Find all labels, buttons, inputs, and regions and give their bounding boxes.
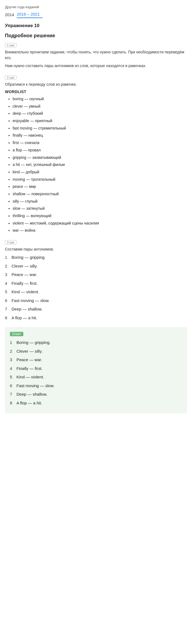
exercise-title: Упражнение 10 [5,23,187,28]
solution-title: Подробное решение [5,33,187,39]
step-1-text2: Нам нужно составить пары антонимов из сл… [5,63,187,69]
step-3-badge: 3 шаг [5,240,16,245]
list-item: moving — трогательный [13,177,187,183]
step-2-badge: 2 шаг [5,75,16,80]
list-item: shallow — поверхностный [13,191,187,197]
step-3-text: Составим пары антонимов. [5,246,187,252]
word-list: boring — скучный clever — умный deep — г… [5,96,187,234]
list-item: kind — добрый [13,169,187,175]
answer-item: 7Deep — shallow. [10,391,182,398]
antonym-item: 8A flop — a hit. [5,315,187,321]
step-1-text: Внимательно прочитаем задание, чтобы пон… [5,49,187,61]
answer-item: 4Finally — first. [10,366,182,372]
list-item: clever — умный [13,104,187,110]
answer-item: 2Clever — silly. [10,348,182,355]
list-item: war — война [13,228,187,234]
step-1-badge: 1 шаг [5,43,16,47]
answer-item: 8A flop — a hit. [10,400,182,406]
step-2-text: Обратимся к переводу слов из рамочек. [5,82,187,87]
list-item: enjoyable — приятный [13,118,187,124]
year-tabs: 2014 2016 – 2021 [5,11,187,18]
list-item: silly — глупый [13,199,187,205]
list-item: a flop — провал [13,147,187,153]
step-1-block: 1 шаг Внимательно прочитаем задание, что… [5,42,187,69]
answer-badge: Ответ [10,332,23,336]
antonym-item: 2Clever — silly. [5,263,187,269]
antonym-item: 3Peace — war. [5,272,187,278]
page-wrapper: Другие года изданий 2014 2016 – 2021 Упр… [0,0,192,422]
year-tab-2014[interactable]: 2014 [5,11,17,18]
list-item: deep — глубокий [13,111,187,117]
antonym-item: 5Kind — violent. [5,289,187,295]
list-item: a hit — хит, успешный фильм [13,162,187,168]
antonym-item: 1Boring — gripping. [5,254,187,261]
wordlist-label: WORDLIST [5,90,187,94]
answer-item: 1Boring — gripping. [10,340,182,346]
step-2-block: 2 шаг Обратимся к переводу слов из рамоч… [5,75,187,234]
antonym-item: 7Deep — shallow. [5,306,187,312]
list-item: first — сначала [13,140,187,146]
list-item: fast moving — стремительный [13,125,187,131]
year-tab-2016-2021[interactable]: 2016 – 2021 [17,11,42,18]
answer-item: 6Fast moving — slow. [10,383,182,389]
answer-item: 3Peace — war. [10,357,182,363]
list-item: violent — жестокий, содержащий сцены нас… [13,220,187,226]
answer-list: 1Boring — gripping. 2Clever — silly. 3Pe… [10,340,182,406]
answer-item: 5Kind — violent. [10,374,182,380]
antonym-item: 6Fast moving — slow. [5,298,187,304]
list-item: peace — мир [13,184,187,190]
other-years-label: Другие года изданий [5,5,187,9]
list-item: boring — скучный [13,96,187,102]
list-item: slow — затянутый [13,206,187,212]
list-item: gripping — захватывающий [13,155,187,161]
antonym-item: 4Finally — first. [5,280,187,287]
list-item: finally — наконец [13,133,187,139]
answer-box: Ответ 1Boring — gripping. 2Clever — sill… [5,327,187,413]
list-item: thrilling — волнующий [13,213,187,219]
step-3-block: 3 шаг Составим пары антонимов. 1Boring —… [5,240,187,321]
antonym-list: 1Boring — gripping. 2Clever — silly. 3Pe… [5,254,187,321]
